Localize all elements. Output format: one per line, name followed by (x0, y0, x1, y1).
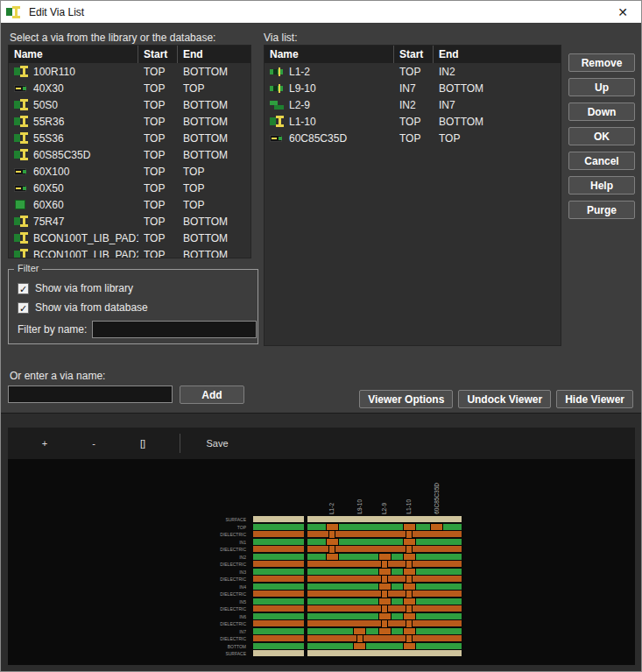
zoom-fit-button[interactable]: [] (118, 438, 167, 449)
library-col-start: Start (138, 46, 178, 63)
via-name: 40X30 (33, 82, 64, 95)
show-library-checkbox[interactable]: ✓ (18, 283, 29, 294)
hide-viewer-button[interactable]: Hide Viewer (556, 390, 633, 408)
via-start-layer: TOP (138, 66, 178, 78)
via-start-layer: TOP (138, 149, 178, 161)
up-button[interactable]: Up (568, 78, 635, 96)
via-start-layer: TOP (394, 132, 434, 145)
via-column-label: L1-2 (328, 503, 335, 514)
viewer-options-button[interactable]: Viewer Options (359, 390, 453, 408)
conductor-layer-bar (253, 613, 304, 619)
via-end-layer: TOP (178, 182, 250, 195)
via-name: L2-9 (289, 99, 310, 111)
library-row[interactable]: 75R47TOPBOTTOM (9, 213, 250, 230)
filter-name-label: Filter by name: (18, 323, 87, 336)
via-end-layer: BOTTOM (178, 149, 250, 161)
via-pad (403, 538, 416, 546)
purge-button[interactable]: Purge (568, 201, 635, 219)
save-button[interactable]: Save (193, 438, 242, 449)
through-via-icon (14, 99, 29, 110)
through-via-icon (270, 116, 285, 127)
ok-button[interactable]: OK (568, 127, 635, 145)
library-row[interactable]: BCON100T_LIB_PAD2TOPBOTTOM (9, 246, 250, 258)
remove-button[interactable]: Remove (568, 53, 635, 72)
via-name: L9-10 (289, 82, 316, 95)
via-start-layer: TOP (138, 166, 178, 178)
dielectric-layer-bar (253, 576, 304, 582)
app-icon (6, 6, 19, 18)
filter-name-input[interactable] (92, 321, 257, 338)
zoom-out-button[interactable]: - (69, 438, 118, 449)
zoom-in-button[interactable]: + (20, 438, 69, 449)
surface-via-icon (14, 82, 29, 94)
dielectric-layer-bar (253, 605, 304, 612)
via-list-row[interactable]: L2-9IN2IN7 (265, 96, 561, 113)
cancel-button[interactable]: Cancel (568, 152, 635, 170)
via-end-layer: BOTTOM (434, 82, 561, 95)
close-icon[interactable]: ✕ (610, 5, 636, 19)
via-list-table-body: L1-2TOPIN2L9-10IN7BOTTOML2-9IN2IN7L1-10T… (265, 63, 561, 146)
add-button[interactable]: Add (180, 386, 244, 404)
library-table-body: 100R110TOPBOTTOM40X30TOPTOP50S0TOPBOTTOM… (9, 63, 250, 258)
layer-label: IN6 (215, 613, 250, 621)
library-row[interactable]: 55S36TOPBOTTOM (9, 130, 250, 146)
via-pad (403, 568, 416, 576)
via-list-col-end: End (434, 46, 561, 63)
via-end-layer: BOTTOM (178, 66, 250, 78)
layer-label: DIELECTRIC (215, 576, 250, 584)
via-list-row[interactable]: 60C85C35DTOPTOP (265, 130, 561, 146)
library-section-label: Select a via from the library or the dat… (10, 32, 215, 44)
undock-viewer-button[interactable]: Undock Viewer (458, 390, 551, 408)
via-name: L1-2 (289, 66, 310, 78)
via-end-layer: TOP (178, 199, 250, 211)
dielectric-layer-bar (253, 591, 304, 597)
conductor-layer-bar (253, 569, 304, 575)
dielectric-layer-bar (253, 635, 304, 641)
layer-label: IN3 (215, 569, 250, 577)
filter-name-row: Filter by name: (18, 321, 257, 338)
via-pad (378, 612, 392, 620)
title-bar: Edit Via List ✕ (1, 1, 641, 23)
down-button[interactable]: Down (568, 103, 635, 121)
library-row[interactable]: 50S0TOPBOTTOM (9, 96, 250, 113)
via-pad (430, 523, 443, 531)
via-name-input[interactable] (8, 386, 173, 403)
help-button[interactable]: Help (568, 176, 635, 195)
library-col-end: End (178, 46, 250, 63)
show-database-checkbox-label: Show via from database (35, 301, 148, 314)
layer-label: DIELECTRIC (215, 591, 250, 598)
via-list-row[interactable]: L1-2TOPIN2 (265, 63, 561, 80)
via-pad (326, 523, 339, 531)
library-row[interactable]: 60X60TOPTOP (9, 196, 250, 213)
via-list-col-start: Start (394, 46, 434, 63)
via-pad (378, 627, 392, 635)
via-end-layer: BOTTOM (178, 249, 250, 259)
library-row[interactable]: 60X100TOPTOP (9, 163, 250, 180)
library-row[interactable]: 100R110TOPBOTTOM (9, 63, 250, 80)
show-database-checkbox[interactable]: ✓ (18, 302, 29, 314)
via-list-row[interactable]: L9-10IN7BOTTOM (265, 80, 561, 96)
via-list-section-label: Via list: (264, 32, 297, 44)
via-start-layer: TOP (138, 182, 178, 195)
via-name: BCON100T_LIB_PAD1 (33, 232, 138, 244)
layer-name-labels: SURFACETOPDIELECTRICIN1DIELECTRICIN2DIEL… (215, 516, 250, 658)
library-row[interactable]: 55R36TOPBOTTOM (9, 113, 250, 130)
library-row[interactable]: 60S85C35DTOPBOTTOM (9, 146, 250, 163)
via-name: L1-10 (289, 116, 316, 128)
mask-layer-bar (253, 516, 304, 522)
via-end-layer: IN2 (434, 66, 561, 78)
via-column-label: L2-9 (381, 503, 387, 514)
via-end-layer: BOTTOM (178, 116, 250, 128)
library-row[interactable]: 60X50TOPTOP (9, 180, 250, 196)
pad-icon (14, 199, 29, 210)
via-list-row[interactable]: L1-10TOPBOTTOM (265, 113, 561, 130)
via-column-label: L1-10 (406, 499, 412, 514)
via-pad (326, 553, 339, 561)
via-end-layer: BOTTOM (434, 116, 561, 128)
through-via-icon (14, 116, 29, 127)
via-end-layer: BOTTOM (178, 132, 250, 145)
layer-label: DIELECTRIC (215, 620, 250, 628)
library-row[interactable]: 40X30TOPTOP (9, 80, 250, 96)
dielectric-layer-bar (253, 546, 304, 552)
library-row[interactable]: BCON100T_LIB_PAD1TOPBOTTOM (9, 230, 250, 246)
